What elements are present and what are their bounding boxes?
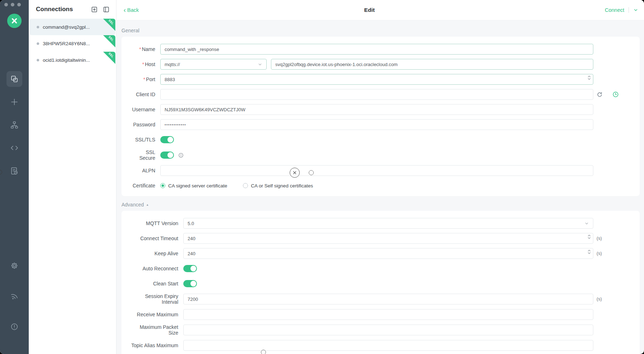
- close-window-button[interactable]: [4, 3, 8, 6]
- session-expiry-input[interactable]: [188, 297, 589, 302]
- connection-list-item[interactable]: ocid1.iotdigitaltwinin... SSL: [29, 52, 115, 68]
- auto-reconnect-field-row: Auto Reconnect: [121, 263, 640, 274]
- general-section-header[interactable]: General: [121, 28, 640, 33]
- sidebar-item-log[interactable]: [6, 163, 22, 179]
- connections-panel-title: Connections: [36, 6, 91, 13]
- connect-dropdown-button[interactable]: [633, 8, 638, 13]
- connect-timeout-label: Connect Timeout: [129, 236, 178, 241]
- connection-list-item[interactable]: command@svq2gpl... SSL: [29, 19, 115, 35]
- connection-status-dot: [37, 42, 39, 45]
- host-label: *Host: [129, 61, 155, 67]
- alpn-label: ALPN: [129, 168, 155, 173]
- connection-status-dot: [37, 26, 39, 28]
- minimize-window-button[interactable]: [11, 3, 14, 6]
- clean-start-toggle[interactable]: [183, 280, 197, 287]
- chevron-down-icon: [584, 221, 589, 226]
- auto-reconnect-toggle[interactable]: [183, 265, 197, 272]
- connection-name: command@svq2gpl...: [43, 24, 101, 30]
- alpn-field-row: ALPN: [121, 165, 640, 176]
- password-input[interactable]: [165, 123, 589, 127]
- info-icon: [10, 323, 18, 331]
- connect-timeout-stepper[interactable]: [588, 234, 591, 239]
- maximum-packet-size-label: Maximum Packet Size: [129, 324, 178, 336]
- topic-alias-maximum-field-row: Topic Alias Maximum: [121, 340, 640, 351]
- refresh-client-id-icon[interactable]: [597, 92, 603, 98]
- username-field-row: Username: [121, 104, 640, 115]
- host-field-row: *Host mqtts://: [121, 59, 640, 70]
- radio-ca-or-self-signed[interactable]: CA or Self signed certificates: [243, 183, 313, 188]
- advanced-section-header[interactable]: Advanced ▲: [121, 202, 640, 208]
- seconds-unit: (s): [597, 236, 602, 241]
- sidebar-item-settings[interactable]: [6, 258, 22, 274]
- rss-icon: [10, 292, 19, 301]
- username-label: Username: [129, 107, 155, 112]
- host-input[interactable]: [275, 62, 589, 67]
- connect-timeout-field-row: Connect Timeout (s): [121, 233, 640, 244]
- ssl-badge: SSL: [103, 19, 115, 31]
- port-stepper[interactable]: [588, 75, 591, 80]
- mqtt-version-select[interactable]: 5.0: [183, 218, 593, 229]
- receive-maximum-input[interactable]: [188, 312, 589, 317]
- radio-icon: [243, 183, 248, 188]
- name-input[interactable]: [165, 47, 589, 52]
- connect-button[interactable]: Connect: [605, 7, 624, 13]
- session-expiry-label: Session Expiry Interval: [129, 293, 178, 305]
- keep-alive-input[interactable]: [188, 251, 589, 256]
- clean-start-field-row: Clean Start: [121, 278, 640, 289]
- new-connection-icon[interactable]: [91, 6, 98, 13]
- sidebar-item-script[interactable]: [6, 140, 22, 156]
- back-button[interactable]: ‹ Back: [124, 7, 139, 13]
- client-id-label: Client ID: [129, 92, 155, 97]
- sidebar-item-topic-tree[interactable]: [6, 117, 22, 133]
- ssl-secure-toggle[interactable]: [160, 152, 174, 159]
- seconds-unit: (s): [597, 297, 602, 302]
- page-title: Edit: [364, 7, 374, 13]
- main-area: ‹ Back Edit Connect General: [116, 0, 644, 354]
- alpn-input[interactable]: [165, 168, 589, 173]
- client-id-input[interactable]: [165, 92, 589, 97]
- timestamp-client-id-icon[interactable]: [612, 91, 619, 98]
- radio-ca-signed-server[interactable]: CA signed server certificate: [160, 183, 227, 188]
- keep-alive-stepper[interactable]: [588, 250, 591, 254]
- protocol-select[interactable]: mqtts://: [160, 59, 267, 70]
- advanced-card: MQTT Version 5.0 Connect Timeout: [121, 211, 640, 354]
- window-traffic-lights[interactable]: [0, 3, 21, 6]
- sidebar-item-connections[interactable]: [6, 71, 22, 87]
- password-label: Password: [129, 122, 155, 127]
- app-window: Connections command@svq2gpl... SSL: [0, 0, 644, 354]
- connections-list: command@svq2gpl... SSL 38HPW5R248Y6N8...…: [29, 19, 116, 68]
- connection-list-item[interactable]: 38HPW5R248Y6N8... SSL: [29, 35, 115, 52]
- connect-timeout-input[interactable]: [188, 236, 589, 241]
- certificate-label: Certificate: [129, 183, 155, 188]
- connections-icon: [10, 75, 19, 83]
- topic-alias-maximum-label: Topic Alias Maximum: [129, 343, 178, 348]
- session-expiry-field-row: Session Expiry Interval (s): [121, 293, 640, 305]
- back-chevron-icon: ‹: [124, 8, 126, 13]
- ssl-tls-toggle[interactable]: [160, 136, 174, 143]
- keep-alive-field-row: Keep Alive (s): [121, 248, 640, 259]
- topic-alias-maximum-input[interactable]: [188, 343, 589, 348]
- ssl-tls-label: SSL/TLS: [129, 137, 155, 143]
- username-input[interactable]: [165, 107, 589, 112]
- receive-maximum-label: Receive Maximum: [129, 312, 178, 317]
- topbar-divider: [629, 7, 629, 13]
- zoom-window-button[interactable]: [17, 3, 21, 6]
- ssl-badge: SSL: [103, 35, 115, 47]
- connection-status-dot: [37, 59, 39, 61]
- port-input[interactable]: [165, 77, 589, 82]
- mqtt-version-field-row: MQTT Version 5.0: [121, 218, 640, 229]
- clean-start-label: Clean Start: [129, 281, 178, 287]
- maximum-packet-size-input[interactable]: [188, 327, 589, 333]
- general-card: *Name *Host mqtts://: [121, 37, 640, 196]
- ssl-secure-field-row: SSL Secure: [121, 149, 640, 161]
- sidebar-item-feed[interactable]: [6, 288, 22, 304]
- log-icon: [10, 167, 19, 175]
- certificate-field-row: Certificate CA signed server certificate…: [121, 180, 640, 191]
- connection-name: 38HPW5R248Y6N8...: [43, 41, 101, 46]
- collapse-panel-icon[interactable]: [103, 6, 110, 13]
- sidebar-item-about[interactable]: [6, 319, 22, 335]
- sidebar-item-new-connection[interactable]: [6, 94, 22, 110]
- keep-alive-label: Keep Alive: [129, 251, 178, 256]
- port-label: *Port: [129, 76, 155, 82]
- client-id-field-row: Client ID: [121, 89, 640, 100]
